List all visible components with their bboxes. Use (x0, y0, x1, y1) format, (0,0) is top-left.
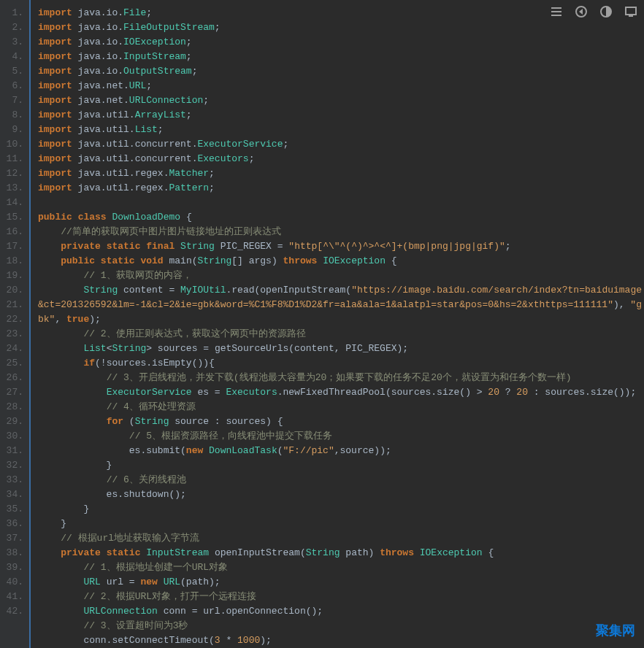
contrast-icon[interactable] (600, 6, 612, 18)
code-line: // 2、使用正则表达式，获取这个网页中的资源路径 (38, 327, 644, 342)
line-gutter: 1.2.3.4.5.6.7.8.9.10.11.12.13.14.15.16.1… (0, 0, 29, 648)
line-number: 6. (3, 79, 23, 93)
code-area[interactable]: import java.io.File;import java.io.FileO… (29, 0, 644, 648)
code-line: import java.io.InputStream; (38, 50, 644, 64)
line-number: 24. (3, 342, 23, 356)
code-line: import java.net.URL; (38, 79, 644, 93)
code-line: URL url = new URL(path); (38, 575, 644, 590)
code-line: es.submit(new DownLoadTask("F://pic",sou… (38, 444, 644, 458)
line-number: 23. (3, 327, 23, 342)
line-number: 1. (3, 6, 23, 20)
watermark: 聚集网 (596, 622, 635, 639)
code-line: } (38, 458, 644, 473)
line-number: 9. (3, 123, 23, 137)
back-icon[interactable] (575, 6, 587, 18)
code-line: List<String> sources = getSourceUrls(con… (38, 342, 644, 356)
code-line: import java.io.FileOutputStream; (38, 20, 644, 35)
code-line: } (38, 517, 644, 531)
line-number: 32. (3, 458, 23, 473)
line-number: 39. (3, 560, 23, 575)
svg-rect-1 (551, 11, 561, 12)
code-line: import java.util.concurrent.ExecutorServ… (38, 137, 644, 152)
code-line: import java.io.OutputStream; (38, 64, 644, 79)
code-line: &ct=201326592&lm=-1&cl=2&ie=gbk&word=%C1… (38, 298, 644, 312)
code-line: import java.io.IOException; (38, 35, 644, 50)
code-line: private static InputStream openInputStre… (38, 546, 644, 560)
code-line: public static void main(String[] args) t… (38, 254, 644, 269)
code-line: private static final String PIC_REGEX = … (38, 239, 644, 254)
code-line: import java.util.concurrent.Executors; (38, 152, 644, 166)
code-line: // 6、关闭线程池 (38, 473, 644, 487)
line-number: 37. (3, 531, 23, 546)
code-line: // 4、循环处理资源 (38, 400, 644, 414)
line-number: 35. (3, 502, 23, 517)
code-line: import java.net.URLConnection; (38, 93, 644, 108)
code-line: if(!sources.isEmpty()){ (38, 356, 644, 371)
line-number: 11. (3, 152, 23, 166)
line-number: 20. (3, 283, 23, 298)
line-number: 14. (3, 196, 23, 210)
code-line: import java.util.regex.Matcher; (38, 166, 644, 181)
line-number: 27. (3, 385, 23, 400)
line-number: 16. (3, 225, 23, 239)
line-number: 38. (3, 546, 23, 560)
svg-rect-7 (629, 15, 633, 17)
line-number: 31. (3, 444, 23, 458)
line-number: 36. (3, 517, 23, 531)
code-line: String content = MyIOUtil.read(openInput… (38, 283, 644, 298)
line-number: 12. (3, 166, 23, 181)
line-number: 29. (3, 414, 23, 429)
list-icon[interactable] (551, 6, 562, 18)
line-number: 7. (3, 93, 23, 108)
line-number: 28. (3, 400, 23, 414)
line-number: 34. (3, 487, 23, 502)
code-line: import java.util.List; (38, 123, 644, 137)
line-number: 41. (3, 590, 23, 604)
code-line (38, 196, 644, 210)
line-number: 40. (3, 575, 23, 590)
line-number: 22. (3, 312, 23, 327)
svg-rect-6 (626, 7, 636, 15)
svg-rect-0 (551, 7, 561, 9)
line-number: 17. (3, 239, 23, 254)
code-line: URLConnection conn = url.openConnection(… (38, 604, 644, 619)
code-editor: 1.2.3.4.5.6.7.8.9.10.11.12.13.14.15.16.1… (0, 0, 644, 648)
code-line: ExecutorService es = Executors.newFixedT… (38, 385, 644, 400)
line-number: 33. (3, 473, 23, 487)
code-line: //简单的获取网页中图片图片链接地址的正则表达式 (38, 225, 644, 239)
code-line: import java.util.ArrayList; (38, 108, 644, 123)
code-line: public class DownloadDemo { (38, 210, 644, 225)
svg-rect-2 (551, 15, 561, 16)
code-line: // 根据url地址获取输入字节流 (38, 531, 644, 546)
code-line: // 3、开启线程池，并发下载(线程池最大容量为20；如果要下载的任务不足20个… (38, 371, 644, 385)
line-number: 8. (3, 108, 23, 123)
code-line: // 5、根据资源路径，向线程池中提交下载任务 (38, 429, 644, 444)
line-number: 3. (3, 35, 23, 50)
code-line: import java.util.regex.Pattern; (38, 181, 644, 196)
code-line: // 1、根据地址创建一个URL对象 (38, 560, 644, 575)
code-line: // 3、设置超时间为3秒 (38, 619, 644, 633)
line-number: 4. (3, 50, 23, 64)
line-number: 15. (3, 210, 23, 225)
line-number: 2. (3, 20, 23, 35)
code-line: } (38, 502, 644, 517)
line-number: 26. (3, 371, 23, 385)
line-number: 19. (3, 269, 23, 283)
code-line: // 2、根据URL对象，打开一个远程连接 (38, 590, 644, 604)
toolbar (551, 6, 637, 18)
line-number: 30. (3, 429, 23, 444)
svg-marker-4 (579, 9, 583, 15)
code-line: bk", true); (38, 312, 644, 327)
line-number: 10. (3, 137, 23, 152)
code-line: // 1、获取网页的内容， (38, 269, 644, 283)
line-number: 5. (3, 64, 23, 79)
line-number: 13. (3, 181, 23, 196)
code-line: es.shutdown(); (38, 487, 644, 502)
line-number: 25. (3, 356, 23, 371)
screen-icon[interactable] (625, 6, 637, 18)
line-number: 21. (3, 298, 23, 312)
line-number: 42. (3, 604, 23, 619)
code-line: for (String source : sources) { (38, 414, 644, 429)
line-number: 18. (3, 254, 23, 269)
code-line: conn.setConnectTimeout(3 * 1000); (38, 633, 644, 648)
